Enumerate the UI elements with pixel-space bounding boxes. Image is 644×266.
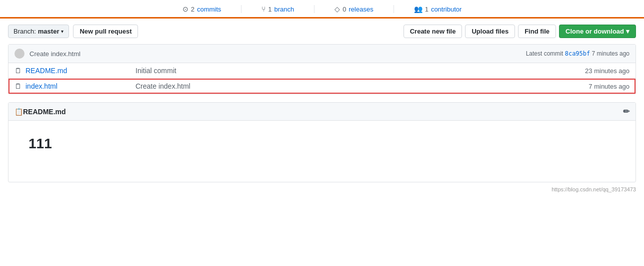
- releases-icon: ◇: [334, 5, 340, 13]
- releases-link[interactable]: releases: [349, 6, 374, 13]
- file-time: 23 minutes ago: [585, 67, 630, 75]
- file-name-link[interactable]: README.md: [26, 67, 126, 75]
- commit-time: 7 minutes ago: [592, 50, 630, 57]
- releases-stat: ◇ 0 releases: [314, 5, 394, 13]
- table-row: 🗒 index.html Create index.html 7 minutes…: [8, 79, 636, 94]
- branch-count: 1: [268, 6, 272, 13]
- file-time: 7 minutes ago: [588, 83, 630, 90]
- file-name-link[interactable]: index.html: [26, 82, 126, 90]
- readme-section: 📋 README.md ✏ 111: [8, 102, 636, 182]
- readme-title: README.md: [23, 108, 66, 116]
- branch-link[interactable]: branch: [274, 6, 294, 13]
- avatar: [14, 49, 24, 59]
- commits-icon: ⊙: [182, 5, 188, 13]
- latest-commit-info: Latest commit 8ca95bf 7 minutes ago: [526, 50, 630, 57]
- file-table: Create index.html Latest commit 8ca95bf …: [8, 44, 636, 94]
- stats-bar: ⊙ 2 commits ⑂ 1 branch ◇ 0 releases 👥 1 …: [0, 0, 644, 19]
- commits-link[interactable]: commits: [197, 6, 221, 13]
- clone-or-download-label: Clone or download: [566, 28, 624, 35]
- branch-selector[interactable]: Branch: master ▾: [8, 25, 69, 38]
- table-row: 🗒 README.md Initial commit 23 minutes ag…: [8, 63, 636, 79]
- branch-icon: ⑂: [262, 5, 266, 13]
- watermark-text: https://blog.csdn.net/qq_39173473: [552, 186, 636, 192]
- contributors-count: 1: [425, 6, 428, 13]
- readme-book-icon: 📋: [14, 108, 23, 116]
- latest-commit-label: Latest commit: [526, 50, 564, 57]
- watermark: https://blog.csdn.net/qq_39173473: [0, 182, 644, 196]
- find-file-button[interactable]: Find file: [518, 25, 556, 38]
- chevron-down-icon: ▾: [61, 29, 64, 34]
- clone-or-download-button[interactable]: Clone or download ▾: [559, 25, 636, 38]
- contributors-stat: 👥 1 contributor: [394, 5, 482, 13]
- file-commit-message: Create index.html: [126, 82, 588, 90]
- file-commit-message: Initial commit: [126, 67, 585, 75]
- commit-info: Create index.html: [30, 50, 80, 58]
- toolbar-right: Create new file Upload files Find file C…: [404, 25, 636, 38]
- upload-files-button[interactable]: Upload files: [465, 25, 515, 38]
- file-icon: 🗒: [14, 67, 22, 75]
- commit-hash-link[interactable]: 8ca95bf: [565, 50, 590, 57]
- file-table-header: Create index.html Latest commit 8ca95bf …: [8, 45, 636, 63]
- header-commit-message: Create index.html: [30, 50, 80, 58]
- readme-content: 111: [8, 121, 636, 182]
- branch-name: master: [38, 28, 60, 35]
- readme-heading: 111: [28, 136, 616, 152]
- contributors-link[interactable]: contributor: [431, 6, 462, 13]
- toolbar: Branch: master ▾ New pull request Create…: [0, 19, 644, 44]
- file-icon: 🗒: [14, 82, 22, 90]
- create-new-file-button[interactable]: Create new file: [404, 25, 462, 38]
- new-pull-request-button[interactable]: New pull request: [73, 25, 138, 38]
- clone-chevron-icon: ▾: [626, 28, 630, 35]
- branch-label: Branch:: [14, 28, 36, 35]
- readme-header: 📋 README.md ✏: [8, 103, 636, 121]
- commits-stat: ⊙ 2 commits: [162, 5, 242, 13]
- releases-count: 0: [342, 6, 346, 13]
- contributors-icon: 👥: [414, 5, 422, 13]
- edit-icon[interactable]: ✏: [623, 107, 630, 116]
- commits-count: 2: [191, 6, 194, 13]
- branch-stat: ⑂ 1 branch: [242, 5, 314, 13]
